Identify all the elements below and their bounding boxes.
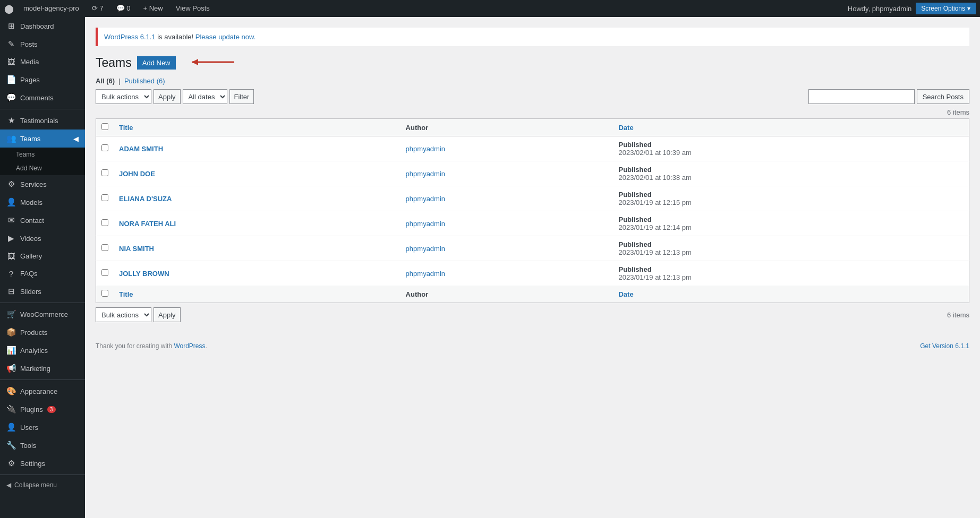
sidebar-item-woocommerce[interactable]: 🛒 WooCommerce xyxy=(0,305,85,323)
row-title-col: NIA SMITH xyxy=(114,236,400,261)
bulk-actions-select-top[interactable]: Bulk actions xyxy=(96,89,151,104)
date-sort-link[interactable]: Date xyxy=(618,124,633,132)
sidebar-item-appearance[interactable]: 🎨 Appearance xyxy=(0,382,85,400)
new-content-link[interactable]: + New xyxy=(140,0,166,17)
sidebar-item-tools[interactable]: 🔧 Tools xyxy=(0,436,85,454)
add-new-button[interactable]: Add New xyxy=(137,56,176,70)
sidebar-item-plugins[interactable]: 🔌 Plugins 3 xyxy=(0,400,85,418)
screen-options-button[interactable]: Screen Options ▾ xyxy=(916,3,976,14)
sidebar-item-analytics[interactable]: 📊 Analytics xyxy=(0,341,85,359)
sidebar-item-teams[interactable]: 👥 Teams ◀ xyxy=(0,130,85,148)
row-checkbox[interactable] xyxy=(101,169,108,176)
bulk-actions-select-bottom[interactable]: Bulk actions xyxy=(96,307,151,322)
select-all-checkbox-top[interactable] xyxy=(101,123,108,130)
row-title-link[interactable]: ADAM SMITH xyxy=(119,145,163,153)
sidebar-item-label: Services xyxy=(20,180,47,188)
updates-icon: ⟳ xyxy=(92,4,98,12)
footer-text: Thank you for creating with WordPress. xyxy=(96,342,207,350)
dates-filter-select[interactable]: All dates xyxy=(183,89,227,104)
wp-wrap: ⊞ Dashboard ✎ Posts 🖼 Media 📄 Pages 💬 Co… xyxy=(0,0,980,518)
submenu-item-teams-add-new[interactable]: Add New xyxy=(0,161,85,175)
row-checkbox[interactable] xyxy=(101,219,108,226)
table-row: NIA SMITH phpmyadmin Published 2023/01/1… xyxy=(96,236,969,261)
view-posts-link[interactable]: View Posts xyxy=(173,0,213,17)
row-author-link[interactable]: phpmyadmin xyxy=(406,245,445,253)
apply-button-top[interactable]: Apply xyxy=(154,89,181,104)
row-date-col: Published 2023/01/19 at 12:15 pm xyxy=(613,186,969,211)
sidebar-item-models[interactable]: 👤 Models xyxy=(0,193,85,211)
sidebar-item-dashboard[interactable]: ⊞ Dashboard xyxy=(0,17,85,35)
sidebar-item-label: Marketing xyxy=(20,365,50,373)
sidebar-item-label: Tools xyxy=(20,442,36,450)
row-author-link[interactable]: phpmyadmin xyxy=(406,220,445,228)
row-date-value: 2023/01/19 at 12:13 pm xyxy=(618,273,691,281)
footer-date-link[interactable]: Date xyxy=(618,290,633,298)
row-title-link[interactable]: NORA FATEH ALI xyxy=(119,220,176,228)
row-author-col: phpmyadmin xyxy=(400,161,613,186)
tools-icon: 🔧 xyxy=(6,441,16,450)
sidebar-item-marketing[interactable]: 📢 Marketing xyxy=(0,359,85,377)
submenu-item-teams-all[interactable]: Teams xyxy=(0,148,85,161)
sidebar-item-users[interactable]: 👤 Users xyxy=(0,418,85,436)
wp-version-link[interactable]: WordPress 6.1.1 xyxy=(104,33,156,41)
row-checkbox[interactable] xyxy=(101,244,108,251)
sidebar-item-services[interactable]: ⚙ Services xyxy=(0,175,85,193)
row-date-status: Published xyxy=(618,265,651,273)
tablenav-bottom: Bulk actions Apply 6 items xyxy=(96,307,969,322)
sidebar-item-videos[interactable]: ▶ Videos xyxy=(0,229,85,247)
sidebar-item-label: Videos xyxy=(20,235,41,243)
sidebar-item-products[interactable]: 📦 Products xyxy=(0,323,85,341)
sidebar-item-posts[interactable]: ✎ Posts xyxy=(0,35,85,53)
sidebar-item-label: Gallery xyxy=(20,252,42,260)
sidebar-item-sliders[interactable]: ⊟ Sliders xyxy=(0,282,85,300)
services-icon: ⚙ xyxy=(6,179,16,189)
contact-icon: ✉ xyxy=(6,215,16,225)
row-author-link[interactable]: phpmyadmin xyxy=(406,145,445,153)
apply-button-bottom[interactable]: Apply xyxy=(154,307,181,322)
updates-link[interactable]: ⟳ 7 xyxy=(89,0,107,17)
comments-link[interactable]: 💬 0 xyxy=(113,0,134,17)
sidebar-item-gallery[interactable]: 🖼 Gallery xyxy=(0,247,85,265)
filter-button[interactable]: Filter xyxy=(229,89,254,104)
media-icon: 🖼 xyxy=(6,57,16,66)
row-checkbox[interactable] xyxy=(101,194,108,201)
all-view-link[interactable]: All (6) xyxy=(96,77,115,85)
sidebar-item-testimonials[interactable]: ★ Testimonials xyxy=(0,111,85,130)
row-title-link[interactable]: ELIANA D'SUZA xyxy=(119,195,172,203)
search-posts-input[interactable] xyxy=(808,89,915,104)
sidebar-item-faqs[interactable]: ? FAQs xyxy=(0,265,85,282)
users-icon: 👤 xyxy=(6,422,16,432)
update-now-link[interactable]: Please update now. xyxy=(195,33,255,41)
collapse-menu-button[interactable]: ◀ Collapse menu xyxy=(0,477,85,493)
row-title-link[interactable]: JOHN DOE xyxy=(119,170,155,178)
wordpress-footer-link[interactable]: WordPress xyxy=(174,342,205,350)
header-checkbox-col xyxy=(96,119,114,136)
sidebar-item-comments[interactable]: 💬 Comments xyxy=(0,89,85,107)
row-checkbox[interactable] xyxy=(101,144,108,151)
row-author-col: phpmyadmin xyxy=(400,186,613,211)
row-title-link[interactable]: JOLLY BROWN xyxy=(119,270,169,278)
sidebar-item-media[interactable]: 🖼 Media xyxy=(0,53,85,71)
search-posts-button[interactable]: Search Posts xyxy=(917,89,969,104)
videos-icon: ▶ xyxy=(6,234,16,243)
title-sort-link[interactable]: Title xyxy=(119,124,133,132)
site-name-link[interactable]: model-agency-pro xyxy=(20,0,82,17)
table-footer-row: Title Author Date xyxy=(96,286,969,303)
row-author-link[interactable]: phpmyadmin xyxy=(406,270,445,278)
howdy-text: Howdy, phpmyadmin xyxy=(848,5,911,13)
row-author-col: phpmyadmin xyxy=(400,261,613,286)
row-checkbox[interactable] xyxy=(101,269,108,276)
products-icon: 📦 xyxy=(6,327,16,337)
sidebar-item-settings[interactable]: ⚙ Settings xyxy=(0,454,85,472)
get-version-link[interactable]: Get Version 6.1.1 xyxy=(920,342,969,350)
row-author-link[interactable]: phpmyadmin xyxy=(406,170,445,178)
row-author-link[interactable]: phpmyadmin xyxy=(406,195,445,203)
posts-table: Title Author Date ADAM SMITH xyxy=(96,118,969,303)
published-view-link[interactable]: Published (6) xyxy=(124,77,165,85)
sidebar-item-pages[interactable]: 📄 Pages xyxy=(0,71,85,89)
row-title-link[interactable]: NIA SMITH xyxy=(119,245,154,253)
select-all-checkbox-bottom[interactable] xyxy=(101,290,108,297)
footer-title-link[interactable]: Title xyxy=(119,290,133,298)
sidebar-item-label: Products xyxy=(20,329,47,336)
sidebar-item-contact[interactable]: ✉ Contact xyxy=(0,211,85,229)
